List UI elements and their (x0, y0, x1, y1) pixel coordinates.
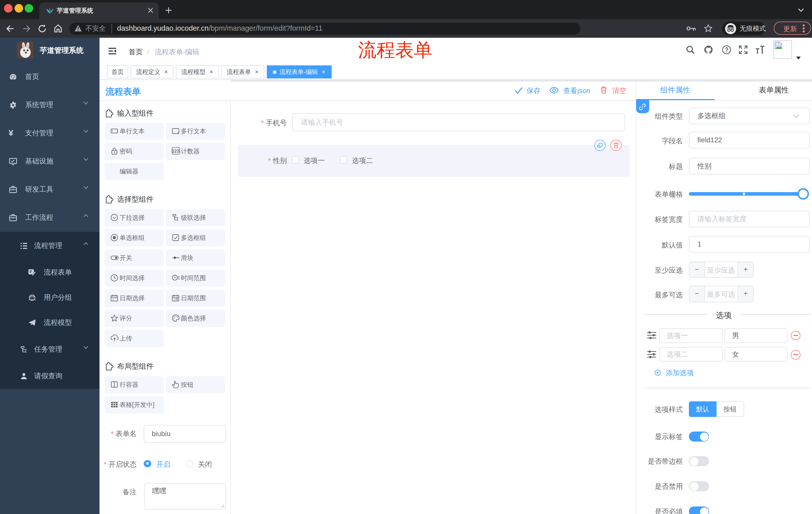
svg-text:123: 123 (172, 148, 179, 154)
